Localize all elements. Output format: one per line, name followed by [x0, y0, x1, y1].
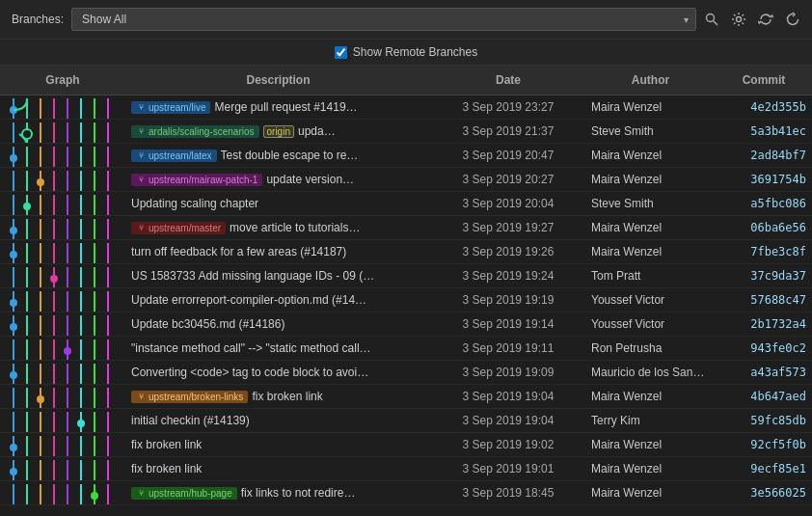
commit-hash-cell: 2ad84bf7: [716, 146, 812, 165]
settings-icon[interactable]: [731, 12, 746, 27]
date-cell: 3 Sep 2019 18:45: [431, 483, 585, 502]
graph-cell: [0, 240, 125, 263]
commit-message: upda…: [298, 124, 336, 138]
branch-tag[interactable]: origin: [263, 125, 294, 138]
table-row[interactable]: fix broken link3 Sep 2019 19:01Maira Wen…: [0, 457, 812, 481]
branch-tag[interactable]: ⑂upstream/master: [131, 222, 226, 234]
commit-message: US 1583733 Add missing language IDs - 09…: [131, 269, 374, 283]
commit-hash-cell: 7fbe3c8f: [716, 242, 812, 261]
commit-list: ⑂upstream/liveMerge pull request #1419…3…: [0, 95, 812, 505]
branch-tag[interactable]: ⑂upstream/mairaw-patch-1: [131, 174, 262, 186]
description-cell: initial checkin (#14139): [125, 411, 431, 430]
graph-cell: [0, 288, 125, 312]
date-cell: 3 Sep 2019 20:04: [431, 194, 585, 213]
svg-point-56: [10, 227, 17, 234]
table-header: Graph Description Date Author Commit: [0, 66, 812, 95]
commit-hash-cell: 57688c47: [716, 290, 812, 310]
refresh-icon[interactable]: [785, 12, 800, 27]
svg-point-47: [23, 203, 31, 210]
graph-cell: [0, 144, 125, 167]
graph-cell: [0, 95, 125, 119]
author-cell: Steve Smith: [585, 122, 716, 141]
th-author: Author: [585, 71, 716, 89]
checkbox-row: Show Remote Branches: [0, 40, 812, 66]
author-cell: Tom Pratt: [585, 266, 716, 285]
author-cell: Maira Wenzel: [585, 146, 716, 165]
graph-cell: [0, 168, 125, 191]
author-cell: Maira Wenzel: [585, 483, 716, 502]
svg-point-128: [77, 420, 85, 427]
table-row[interactable]: Update bc30456.md (#14186)3 Sep 2019 19:…: [0, 312, 812, 337]
commit-message: turn off feedback for a few areas (#1418…: [131, 245, 346, 258]
graph-cell: [0, 433, 125, 456]
table-row[interactable]: ⑂upstream/liveMerge pull request #1419…3…: [0, 95, 812, 120]
table-row[interactable]: ⑂upstream/latexTest double escape to re……: [0, 144, 812, 168]
branch-select[interactable]: Show All: [71, 8, 696, 31]
commit-message: Update errorreport-compiler-option.md (#…: [131, 293, 366, 307]
commit-hash-cell: 5a3b41ec: [716, 122, 812, 141]
author-cell: Maira Wenzel: [585, 387, 716, 406]
author-cell: Maira Wenzel: [585, 459, 716, 478]
table-row[interactable]: "instance method call" --> "static metho…: [0, 337, 812, 361]
graph-cell: [0, 264, 125, 287]
table-row[interactable]: US 1583733 Add missing language IDs - 09…: [0, 264, 812, 288]
table-row[interactable]: turn off feedback for a few areas (#1418…: [0, 240, 812, 264]
table-row[interactable]: ⑂ardalis/scaling-scenariosoriginupda…3 S…: [0, 120, 812, 144]
fetch-icon[interactable]: [758, 12, 773, 27]
table-row[interactable]: ⑂upstream/broken-linksfix broken link3 S…: [0, 385, 812, 409]
commit-message: update version…: [266, 173, 354, 186]
date-cell: 3 Sep 2019 19:24: [431, 266, 585, 285]
date-cell: 3 Sep 2019 19:09: [431, 363, 585, 382]
table-row[interactable]: initial checkin (#14139)3 Sep 2019 19:04…: [0, 409, 812, 433]
author-cell: Terry Kim: [585, 411, 716, 430]
show-remote-label[interactable]: Show Remote Branches: [353, 45, 477, 59]
commit-hash-cell: 37c9da37: [716, 266, 812, 285]
branch-select-wrapper[interactable]: Show All ▾: [71, 8, 696, 31]
description-cell: ⑂upstream/mairaw-patch-1update version…: [125, 170, 431, 189]
table-row[interactable]: ⑂upstream/mairaw-patch-1update version…3…: [0, 168, 812, 192]
table-row[interactable]: Updating scaling chapter3 Sep 2019 20:04…: [0, 192, 812, 216]
svg-point-146: [10, 468, 17, 475]
table-row[interactable]: fix broken link3 Sep 2019 19:02Maira Wen…: [0, 433, 812, 457]
branch-tag[interactable]: ⑂upstream/live: [131, 101, 210, 114]
table-row[interactable]: ⑂upstream/mastermove article to tutorial…: [0, 216, 812, 240]
graph-cell: [0, 216, 125, 239]
svg-point-0: [707, 14, 715, 22]
commit-hash-cell: 9ecf85e1: [716, 459, 812, 478]
branch-tag[interactable]: ⑂upstream/hub-page: [131, 487, 237, 500]
branch-tag[interactable]: ⑂ardalis/scaling-scenarios: [131, 125, 259, 138]
date-cell: 3 Sep 2019 21:37: [431, 122, 585, 141]
th-description: Description: [125, 71, 431, 89]
svg-point-110: [10, 371, 17, 379]
author-cell: Youssef Victor: [585, 290, 716, 310]
date-cell: 3 Sep 2019 19:01: [431, 459, 585, 478]
show-remote-checkbox[interactable]: [335, 46, 347, 59]
commit-message: initial checkin (#14139): [131, 414, 250, 427]
description-cell: turn off feedback for a few areas (#1418…: [125, 242, 431, 261]
commit-hash-cell: 59fc85db: [716, 411, 812, 430]
table-row[interactable]: Converting <code> tag to code block to a…: [0, 361, 812, 385]
commit-hash-cell: 92cf5f0b: [716, 435, 812, 454]
commit-message: Merge pull request #1419…: [214, 100, 357, 114]
commit-message: fix links to not redire…: [241, 486, 356, 500]
svg-point-137: [10, 444, 17, 451]
table-row[interactable]: Update errorreport-compiler-option.md (#…: [0, 288, 812, 312]
date-cell: 3 Sep 2019 19:02: [431, 435, 585, 454]
commit-message: "instance method call" --> "static metho…: [131, 341, 371, 355]
branch-tag[interactable]: ⑂upstream/latex: [131, 149, 217, 162]
svg-point-2: [737, 17, 742, 22]
search-icon[interactable]: [704, 12, 719, 27]
commit-hash-cell: 4e2d355b: [716, 97, 812, 117]
description-cell: ⑂upstream/latexTest double escape to re…: [125, 146, 431, 165]
description-cell: ⑂upstream/liveMerge pull request #1419…: [125, 97, 431, 117]
th-graph: Graph: [0, 71, 125, 89]
branch-tag[interactable]: ⑂upstream/broken-links: [131, 391, 248, 403]
graph-cell: [0, 481, 125, 504]
commit-message: fix broken link: [131, 438, 202, 451]
commit-message: move article to tutorials…: [230, 221, 360, 234]
description-cell: ⑂ardalis/scaling-scenariosoriginupda…: [125, 122, 431, 141]
date-cell: 3 Sep 2019 20:47: [431, 146, 585, 165]
description-cell: ⑂upstream/mastermove article to tutorial…: [125, 218, 431, 237]
description-cell: Updating scaling chapter: [125, 194, 431, 213]
table-row[interactable]: ⑂upstream/hub-pagefix links to not redir…: [0, 481, 812, 505]
